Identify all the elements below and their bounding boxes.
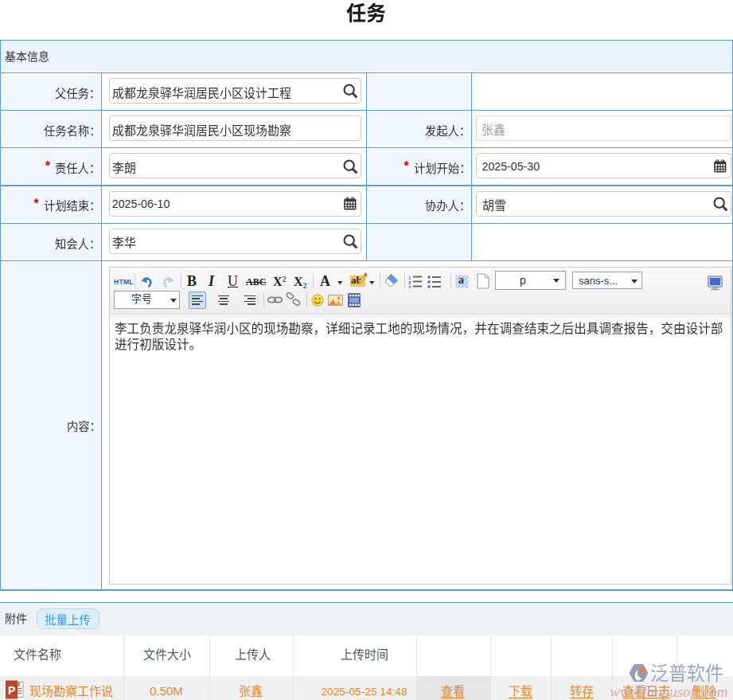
svg-text:P: P [8,684,15,697]
svg-text:3: 3 [408,285,411,288]
